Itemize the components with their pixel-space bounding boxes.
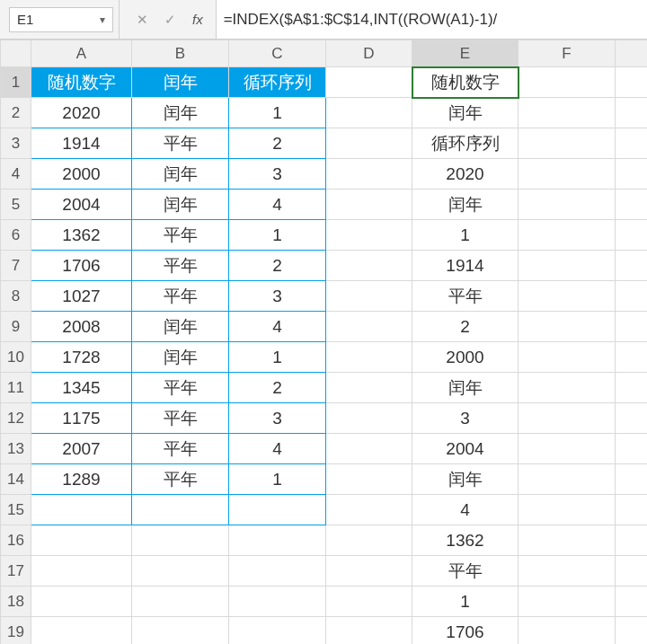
cell[interactable]: 2004 <box>31 190 132 220</box>
cell[interactable] <box>518 281 616 312</box>
fx-icon[interactable]: fx <box>192 12 203 27</box>
cell[interactable] <box>326 190 412 220</box>
cell[interactable]: 闰年 <box>132 98 229 128</box>
cell[interactable] <box>326 587 412 617</box>
cell[interactable]: 4 <box>412 495 518 525</box>
cell[interactable]: 1914 <box>31 128 132 159</box>
cell[interactable] <box>616 373 648 403</box>
cell[interactable]: 闰年 <box>132 159 229 190</box>
cell[interactable] <box>229 556 326 587</box>
cell[interactable] <box>616 464 648 495</box>
cell[interactable] <box>616 190 648 220</box>
cell[interactable]: 平年 <box>132 128 229 159</box>
cancel-icon[interactable]: ✕ <box>137 12 148 28</box>
cell[interactable]: 随机数字 <box>412 67 518 98</box>
cell[interactable] <box>326 312 412 342</box>
confirm-icon[interactable]: ✓ <box>164 12 176 28</box>
cell[interactable] <box>518 587 616 617</box>
cell[interactable] <box>31 525 132 556</box>
cell[interactable] <box>326 98 412 128</box>
row-header-13[interactable]: 13 <box>1 434 31 464</box>
cell[interactable]: 4 <box>229 434 326 464</box>
cell[interactable]: 2 <box>229 251 326 281</box>
col-header-F[interactable]: F <box>518 40 616 67</box>
cell[interactable]: 闰年 <box>132 312 229 342</box>
cell[interactable]: 1 <box>229 342 326 373</box>
cell[interactable]: 平年 <box>132 220 229 251</box>
cell[interactable]: 闰年 <box>412 190 518 220</box>
cell[interactable] <box>616 312 648 342</box>
cell[interactable]: 2020 <box>31 98 132 128</box>
cell[interactable] <box>616 617 648 645</box>
cell[interactable] <box>518 251 616 281</box>
row-header-4[interactable]: 4 <box>1 159 31 190</box>
cell[interactable] <box>132 617 229 645</box>
cell[interactable]: 闰年 <box>412 464 518 495</box>
cell[interactable]: 1289 <box>31 464 132 495</box>
col-header-C[interactable]: C <box>229 40 326 67</box>
cell[interactable] <box>518 98 616 128</box>
row-header-14[interactable]: 14 <box>1 464 31 495</box>
cell[interactable]: 1027 <box>31 281 132 312</box>
cell[interactable] <box>616 342 648 373</box>
cell[interactable] <box>518 190 616 220</box>
cell[interactable] <box>518 159 616 190</box>
cell[interactable]: 2004 <box>412 434 518 464</box>
cell[interactable] <box>326 434 412 464</box>
row-header-17[interactable]: 17 <box>1 556 31 587</box>
cell[interactable] <box>326 342 412 373</box>
cell[interactable] <box>518 128 616 159</box>
cell[interactable] <box>132 587 229 617</box>
cell[interactable] <box>518 312 616 342</box>
cell[interactable] <box>132 556 229 587</box>
cell[interactable]: 平年 <box>132 403 229 434</box>
cell[interactable]: 循环序列 <box>229 67 326 98</box>
cell[interactable] <box>518 464 616 495</box>
cell[interactable] <box>518 342 616 373</box>
cell[interactable] <box>616 556 648 587</box>
cell[interactable]: 平年 <box>132 281 229 312</box>
cell[interactable]: 1914 <box>412 251 518 281</box>
cell[interactable]: 1 <box>229 98 326 128</box>
row-header-5[interactable]: 5 <box>1 190 31 220</box>
cell[interactable] <box>616 98 648 128</box>
cell[interactable]: 1728 <box>31 342 132 373</box>
cell[interactable]: 1 <box>412 587 518 617</box>
cell[interactable] <box>326 617 412 645</box>
cell[interactable] <box>518 67 616 98</box>
cell[interactable]: 1362 <box>31 220 132 251</box>
formula-input[interactable]: =INDEX($A$1:$C$14,INT((ROW(A1)-1)/ <box>216 0 647 39</box>
cell[interactable]: 3 <box>229 403 326 434</box>
cell[interactable] <box>31 495 132 525</box>
row-header-8[interactable]: 8 <box>1 281 31 312</box>
cell[interactable]: 循环序列 <box>412 128 518 159</box>
cell[interactable]: 1362 <box>412 525 518 556</box>
cell[interactable]: 2000 <box>31 159 132 190</box>
row-header-2[interactable]: 2 <box>1 98 31 128</box>
col-header-E[interactable]: E <box>412 40 518 67</box>
cell[interactable]: 3 <box>229 159 326 190</box>
cell[interactable] <box>326 159 412 190</box>
cell[interactable] <box>326 128 412 159</box>
row-header-11[interactable]: 11 <box>1 373 31 403</box>
cell[interactable] <box>132 525 229 556</box>
cell[interactable] <box>31 617 132 645</box>
cell[interactable] <box>518 617 616 645</box>
cell[interactable]: 随机数字 <box>31 67 132 98</box>
cell[interactable] <box>518 403 616 434</box>
col-header-A[interactable]: A <box>31 40 132 67</box>
cell[interactable] <box>229 617 326 645</box>
cell[interactable]: 平年 <box>132 464 229 495</box>
cell[interactable]: 1175 <box>31 403 132 434</box>
col-header-D[interactable]: D <box>326 40 412 67</box>
cell[interactable]: 4 <box>229 190 326 220</box>
cell[interactable] <box>616 159 648 190</box>
cell[interactable] <box>518 556 616 587</box>
cell[interactable]: 2 <box>412 312 518 342</box>
row-header-10[interactable]: 10 <box>1 342 31 373</box>
cell[interactable]: 平年 <box>132 251 229 281</box>
cell[interactable] <box>616 434 648 464</box>
col-header-B[interactable]: B <box>132 40 229 67</box>
cell[interactable] <box>616 281 648 312</box>
row-header-3[interactable]: 3 <box>1 128 31 159</box>
